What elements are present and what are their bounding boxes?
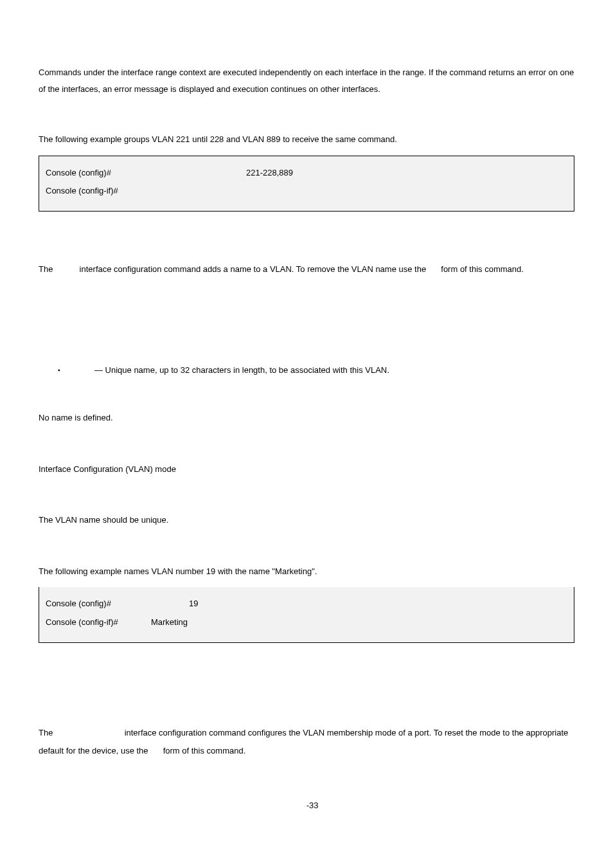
code-line: Console (config)# interface vlan 19 <box>46 595 567 613</box>
code-line: Console (config-if)# name Marketing <box>46 613 567 632</box>
code-block-2: Console (config)# interface vlan 19 Cons… <box>39 587 574 642</box>
text-pre: The <box>39 728 55 737</box>
switchport-paragraph: The switchport mode interface configurat… <box>39 724 574 761</box>
text-mid: interface configuration command adds a n… <box>80 264 429 274</box>
code-block-1: Console (config)# interface range vlan 2… <box>39 156 574 212</box>
default-text: No name is defined. <box>39 409 574 428</box>
code-arg: Marketing <box>151 617 188 627</box>
text-post: form of this command. <box>441 264 524 274</box>
code-text: Console (config-if)# <box>46 617 120 627</box>
param-bullet: ▪ string — Unique name, up to 32 charact… <box>58 364 574 377</box>
code-arg: 19 <box>189 599 198 608</box>
code-text: Console (config)# <box>46 599 114 608</box>
mode-text: Interface Configuration (VLAN) mode <box>39 460 574 479</box>
bullet-text: string — Unique name, up to 32 character… <box>72 364 389 377</box>
name-paragraph: The name interface configuration command… <box>39 260 574 279</box>
param-desc: — Unique name, up to 32 characters in le… <box>94 365 389 375</box>
page-footer: 33 -33 <box>39 799 574 812</box>
bullet-icon: ▪ <box>58 365 60 375</box>
code-line: Console (config)# interface range vlan 2… <box>46 164 567 183</box>
intro-paragraph: Commands under the interface range conte… <box>39 64 574 98</box>
text-mid: interface configuration command configur… <box>39 728 568 756</box>
text-pre: The <box>39 264 55 274</box>
code-arg: 221-228,889 <box>246 168 293 177</box>
footer-page: -33 <box>306 800 319 810</box>
guidelines-text: The VLAN name should be unique. <box>39 511 574 530</box>
example-desc-2: The following example names VLAN number … <box>39 563 574 581</box>
code-line: Console (config-if)# <box>46 182 567 201</box>
page-content: Commands under the interface range conte… <box>0 0 613 837</box>
code-text: Console (config-if)# <box>46 186 118 195</box>
example-desc-1: The following example groups VLAN 221 un… <box>39 131 574 149</box>
code-text: Console (config)# <box>46 168 114 177</box>
text-post: form of this command. <box>163 746 246 755</box>
